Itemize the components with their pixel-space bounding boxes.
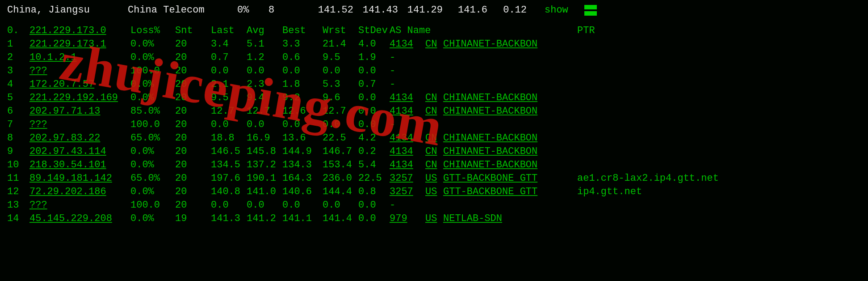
hop-ip[interactable]: 45.145.229.208 <box>29 212 130 226</box>
hop-country: CN <box>425 38 443 51</box>
hop-ip[interactable]: 202.97.43.114 <box>29 145 130 158</box>
hop-loss: 85.0% <box>130 105 175 118</box>
hop-asn[interactable]: 3257 <box>390 172 425 185</box>
hop-asn[interactable]: 3257 <box>390 185 425 199</box>
hop-snt: 20 <box>175 78 211 91</box>
hop-asname: CHINANET-BACKBON <box>443 91 577 105</box>
hop-last: 197.6 <box>211 172 247 185</box>
hop-stdev: 5.4 <box>358 158 390 172</box>
hop-snt: 20 <box>175 145 211 158</box>
hop-wrst: 9.5 <box>323 51 358 64</box>
hop-loss: 100.0 <box>130 199 175 212</box>
table-row: 8202.97.83.2265.0%2018.816.913.622.54.24… <box>7 132 756 145</box>
hop-ip[interactable]: ??? <box>29 199 130 212</box>
table-row: 4172.20.7.570.0%202.12.31.85.30.7- <box>7 78 756 91</box>
summary-isp: China Telecom <box>128 4 237 17</box>
hop-country: CN <box>425 91 443 105</box>
hop-ptr <box>577 199 756 212</box>
hop-ip[interactable]: 202.97.71.13 <box>29 105 130 118</box>
hop-loss: 0.0% <box>130 78 175 91</box>
hop-wrst: 12.7 <box>323 105 358 118</box>
hop-ip[interactable]: 72.29.202.186 <box>29 185 130 199</box>
hop-index: 1 <box>7 38 29 51</box>
table-row: 10218.30.54.1010.0%20134.5137.2134.3153.… <box>7 158 756 172</box>
hop-last: 140.8 <box>211 185 247 199</box>
hop-asname <box>443 118 577 132</box>
hop-ptr: ae1.cr8-lax2.ip4.gtt.net <box>577 172 756 185</box>
hop-last: 0.0 <box>211 118 247 132</box>
hop-ip[interactable]: 221.229.192.169 <box>29 91 130 105</box>
table-row: 1272.29.202.1860.0%20140.8141.0140.6144.… <box>7 185 756 199</box>
hop-index: 2 <box>7 51 29 64</box>
hop-ip[interactable]: 221.229.173.1 <box>29 38 130 51</box>
hop-asn[interactable]: 4134 <box>390 105 425 118</box>
hop-asn[interactable]: 4134 <box>390 132 425 145</box>
hop-ip[interactable]: ??? <box>29 64 130 78</box>
header-stdev: StDev <box>358 24 390 38</box>
hop-wrst: 0.0 <box>323 64 358 78</box>
summary-sent: 8 <box>268 4 309 17</box>
hop-asn[interactable]: 4134 <box>390 91 425 105</box>
table-row: 1189.149.181.14265.0%20197.6190.1164.323… <box>7 172 756 185</box>
hop-asname <box>443 51 577 64</box>
hop-ip[interactable]: 202.97.83.22 <box>29 132 130 145</box>
hop-avg: 0.0 <box>247 118 282 132</box>
hop-asn[interactable]: 4134 <box>390 158 425 172</box>
hop-asn[interactable]: 4134 <box>390 38 425 51</box>
hop-stdev: 4.0 <box>358 38 390 51</box>
hop-best: 164.3 <box>282 172 323 185</box>
hop-best: 0.0 <box>282 118 323 132</box>
hop-snt: 19 <box>175 212 211 226</box>
header-avg: Avg <box>247 24 282 38</box>
show-button[interactable]: show <box>545 4 568 17</box>
hop-ip[interactable]: 172.20.7.57 <box>29 78 130 91</box>
table-row: 1221.229.173.10.0%203.45.13.321.44.04134… <box>7 38 756 51</box>
hop-best: 0.0 <box>282 64 323 78</box>
hop-loss: 0.0% <box>130 158 175 172</box>
hop-last: 12.7 <box>211 105 247 118</box>
hop-avg: 9.4 <box>247 91 282 105</box>
hop-index: 8 <box>7 132 29 145</box>
hop-country <box>425 64 443 78</box>
hop-snt: 20 <box>175 91 211 105</box>
table-row: 9202.97.43.1140.0%20146.5145.8144.9146.7… <box>7 145 756 158</box>
hop-index: 4 <box>7 78 29 91</box>
traceroute-table: 0. 221.229.173.0 Loss% Snt Last Avg Best… <box>7 24 756 226</box>
hop-asn[interactable]: 979 <box>390 212 425 226</box>
hop-loss: 0.0% <box>130 212 175 226</box>
hop-index: 13 <box>7 199 29 212</box>
hop-ip[interactable]: 218.30.54.101 <box>29 158 130 172</box>
hop-loss: 65.0% <box>130 132 175 145</box>
hop-ip[interactable]: ??? <box>29 118 130 132</box>
hop-stdev: 22.5 <box>358 172 390 185</box>
hop-loss: 100.0 <box>130 64 175 78</box>
hop-ptr: ip4.gtt.net <box>577 185 756 199</box>
hop-country <box>425 118 443 132</box>
sparkline-icon <box>584 5 597 16</box>
hop-wrst: 144.4 <box>323 185 358 199</box>
hop-ptr <box>577 158 756 172</box>
hop-country <box>425 199 443 212</box>
hop-asname: NETLAB-SDN <box>443 212 577 226</box>
header-last: Last <box>211 24 247 38</box>
hop-asname: CHINANET-BACKBON <box>443 105 577 118</box>
hop-asname: CHINANET-BACKBON <box>443 38 577 51</box>
hop-loss: 0.0% <box>130 145 175 158</box>
hop-avg: 1.2 <box>247 51 282 64</box>
hop-asn[interactable]: 4134 <box>390 145 425 158</box>
hop-asn: - <box>390 64 425 78</box>
hop-index: 7 <box>7 118 29 132</box>
hop-ip[interactable]: 89.149.181.142 <box>29 172 130 185</box>
hop-wrst: 0.0 <box>323 118 358 132</box>
hop-last: 141.3 <box>211 212 247 226</box>
hop-ip[interactable]: 10.1.2.1 <box>29 51 130 64</box>
hop-ptr <box>577 64 756 78</box>
hop-country <box>425 51 443 64</box>
hop-best: 12.6 <box>282 105 323 118</box>
hop-avg: 0.0 <box>247 64 282 78</box>
hop-ptr <box>577 145 756 158</box>
hop-snt: 20 <box>175 38 211 51</box>
hop-stdev: 4.2 <box>358 132 390 145</box>
hop-ptr <box>577 212 756 226</box>
hop-best: 134.3 <box>282 158 323 172</box>
